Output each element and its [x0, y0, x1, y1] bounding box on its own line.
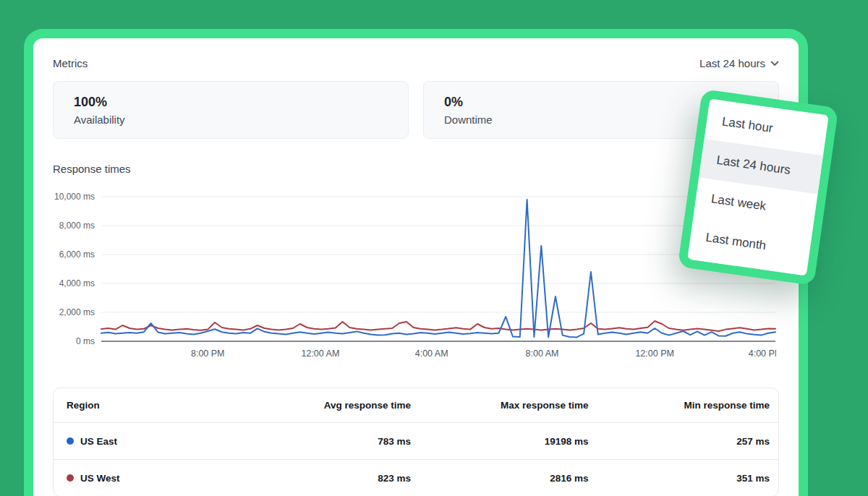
svg-text:2,000 ms: 2,000 ms [59, 307, 95, 317]
us-east-min: 257 ms [597, 436, 778, 447]
page-title: Metrics [53, 57, 88, 69]
region-name: US East [80, 436, 117, 447]
availability-card: 100% Availability [53, 81, 409, 139]
us-west-legend-dot [67, 474, 74, 482]
col-header-min: Min response time [597, 400, 778, 411]
us-east-avg: 783 ms [242, 436, 420, 447]
col-header-region: Region [54, 400, 242, 411]
svg-text:10,000 ms: 10,000 ms [54, 192, 95, 202]
svg-text:8:00 AM: 8:00 AM [526, 349, 559, 359]
svg-text:8,000 ms: 8,000 ms [59, 221, 95, 231]
us-east-legend-dot [67, 437, 74, 445]
availability-label: Availability [74, 114, 388, 126]
table-row-us-east: US East 783 ms 19198 ms 257 ms [54, 423, 778, 459]
col-header-avg: Avg response time [242, 400, 420, 411]
svg-text:8:00 PM: 8:00 PM [191, 349, 225, 359]
us-west-max: 2816 ms [420, 473, 597, 484]
svg-text:12:00 AM: 12:00 AM [301, 349, 339, 359]
svg-text:12:00 PM: 12:00 PM [635, 349, 674, 359]
time-range-selector[interactable]: Last 24 hours [699, 57, 779, 69]
table-header-row: Region Avg response time Max response ti… [54, 388, 778, 423]
col-header-max: Max response time [420, 400, 597, 411]
us-west-min: 351 ms [597, 473, 778, 484]
us-east-max: 19198 ms [420, 436, 597, 447]
time-range-dropdown: Last hour Last 24 hours Last week Last m… [678, 89, 839, 286]
svg-text:6,000 ms: 6,000 ms [59, 249, 95, 260]
region-name: US West [80, 473, 120, 484]
region-table: Region Avg response time Max response ti… [53, 388, 779, 496]
svg-text:4,000 ms: 4,000 ms [59, 278, 95, 288]
svg-text:4:00 AM: 4:00 AM [415, 349, 448, 359]
table-row-us-west: US West 823 ms 2816 ms 351 ms [54, 459, 778, 496]
response-times-chart: 10,000 ms8,000 ms6,000 ms4,000 ms2,000 m… [53, 185, 779, 366]
svg-text:4:00 PM: 4:00 PM [749, 349, 776, 359]
svg-text:0 ms: 0 ms [76, 336, 95, 346]
availability-value: 100% [74, 95, 388, 110]
stats-row: 100% Availability 0% Downtime [53, 81, 779, 139]
time-range-value: Last 24 hours [699, 57, 765, 69]
us-west-avg: 823 ms [242, 473, 420, 484]
response-times-title: Response times [53, 163, 779, 175]
metrics-header: Metrics Last 24 hours [53, 57, 779, 69]
chevron-down-icon [770, 61, 779, 67]
